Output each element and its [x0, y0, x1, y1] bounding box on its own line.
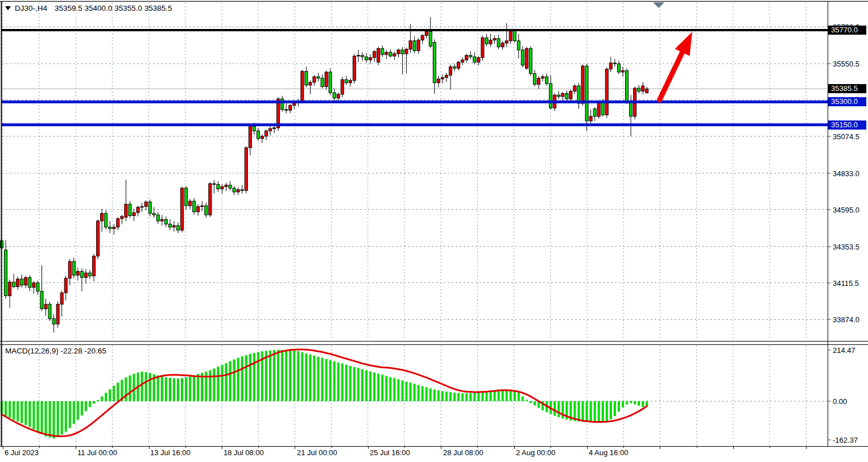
time-tick: [149, 446, 150, 449]
time-tick: [222, 446, 222, 449]
macd-histogram: [1, 350, 648, 439]
time-tick: [332, 446, 332, 448]
time-tick: [770, 446, 770, 448]
time-tick: [441, 446, 441, 449]
level-line-35770: [2, 29, 828, 31]
time-tick: [697, 446, 697, 448]
price-label-34595.0: 34595.0: [833, 205, 859, 214]
macd-label: MACD(12,26,9): [5, 347, 59, 355]
chart-window: DJ30-,H4 35359.5 35400.0 35355.0 35385.5…: [0, 0, 868, 462]
time-tick: [76, 446, 76, 449]
price-tick: [828, 173, 831, 173]
time-tick: [258, 446, 259, 448]
time-label-28-Jul-08-00: 28 Jul 08:00: [443, 448, 483, 457]
time-tick: [404, 446, 405, 448]
price-tick: [828, 209, 831, 210]
level-line-35300: [2, 101, 828, 103]
price-label-33874.0: 33874.0: [833, 315, 859, 324]
macd-label--162.37: -162.37: [833, 436, 858, 444]
price-badge-35385.5: 35385.5: [828, 84, 866, 93]
time-label-11-Jul-00-00: 11 Jul 00:00: [77, 448, 117, 457]
price-tick: [828, 136, 831, 136]
candlesticks: [1, 17, 648, 332]
time-tick: [477, 446, 478, 448]
symbol-period-label: DJ30-,H4: [15, 4, 47, 13]
time-label-18-Jul-08-00: 18 Jul 08:00: [224, 448, 264, 457]
macd-tick: [828, 440, 831, 440]
price-tick: [828, 246, 831, 247]
macd-tick: [828, 401, 831, 402]
time-tick: [514, 446, 515, 449]
time-tick: [806, 446, 807, 449]
time-label-6-Jul-2023: 6 Jul 2023: [5, 448, 39, 457]
macd-values-label: -22.28 -20.65: [61, 347, 106, 355]
chart-canvas[interactable]: [0, 0, 868, 462]
macd-label-214.47: 214.47: [833, 346, 855, 354]
price-label-34353.5: 34353.5: [833, 242, 859, 251]
time-tick: [587, 446, 588, 449]
macd-legend: MACD(12,26,9) -22.28 -20.65: [5, 347, 106, 355]
price-tick: [828, 319, 831, 320]
scroll-to-end-marker-icon[interactable]: [653, 2, 664, 8]
trend-arrow[interactable]: [660, 32, 693, 100]
price-tick: [828, 282, 831, 283]
price-label-35550.5: 35550.5: [833, 59, 859, 68]
time-label-13-Jul-16-00: 13 Jul 16:00: [150, 448, 191, 457]
time-label-4-Aug-16-00: 4 Aug 16:00: [589, 448, 628, 457]
time-label-2-Aug-00-00: 2 Aug 00:00: [516, 448, 555, 457]
price-badge-35150.0: 35150.0: [828, 120, 866, 130]
price-label-34115.5: 34115.5: [833, 278, 859, 287]
level-line-35150: [2, 123, 828, 126]
time-tick: [295, 446, 295, 449]
time-tick: [660, 446, 660, 449]
time-tick: [368, 446, 369, 449]
time-tick: [733, 446, 734, 449]
macd-label-0.00: 0.00: [833, 397, 847, 406]
time-tick: [39, 446, 40, 448]
time-label-21-Jul-00-00: 21 Jul 00:00: [297, 448, 337, 457]
symbol-legend: DJ30-,H4 35359.5 35400.0 35355.0 35385.5: [5, 4, 172, 13]
time-tick: [623, 446, 624, 448]
symbol-dropdown-icon[interactable]: [5, 6, 11, 10]
macd-tick: [828, 349, 831, 350]
price-badge-35300.0: 35300.0: [828, 97, 866, 106]
time-tick: [551, 446, 551, 448]
time-tick: [185, 446, 186, 448]
ohlc-values-label: 35359.5 35400.0 35355.0 35385.5: [55, 4, 172, 13]
time-tick: [112, 446, 113, 448]
price-label-34833.0: 34833.0: [833, 169, 859, 177]
time-tick: [3, 446, 3, 449]
macd-signal-line: [2, 349, 647, 436]
time-label-25-Jul-16-00: 25 Jul 16:00: [370, 448, 410, 457]
price-label-35074.5: 35074.5: [833, 132, 859, 140]
price-badge-35770.0: 35770.0: [828, 26, 866, 35]
price-tick: [828, 63, 831, 64]
